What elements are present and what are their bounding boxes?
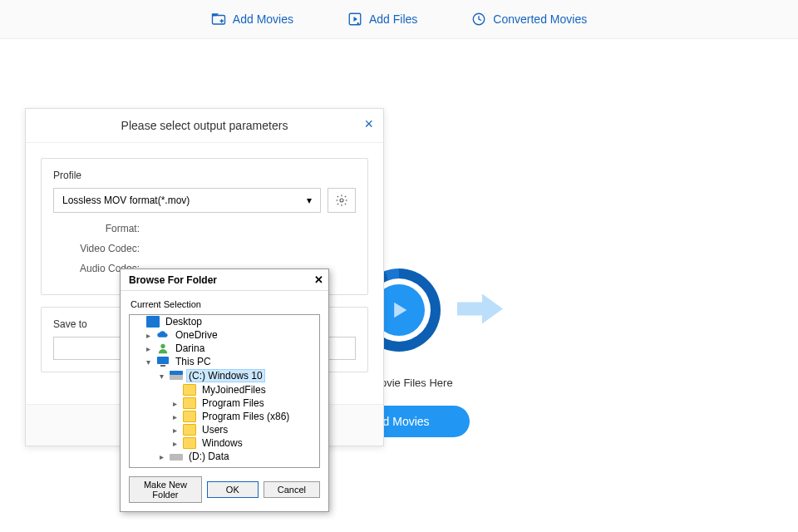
profile-dropdown[interactable]: Lossless MOV format(*.mov) ▾ (53, 188, 321, 213)
folder-icon (183, 424, 196, 436)
svg-point-4 (160, 344, 165, 348)
svg-rect-0 (212, 16, 224, 25)
user-icon (156, 342, 170, 354)
folder-plus-icon (211, 12, 226, 27)
expander-icon[interactable]: ▸ (170, 399, 180, 408)
folder-icon (183, 384, 196, 396)
svg-rect-9 (170, 454, 183, 461)
video-codec-label: Video Codec: (75, 243, 140, 254)
tree-item-program-files[interactable]: ▸Program Files (130, 397, 319, 410)
browse-subtitle: Current Selection (121, 291, 328, 314)
expander-icon[interactable]: ▾ (143, 357, 153, 367)
profile-legend: Profile (50, 170, 85, 181)
expander-icon[interactable]: ▸ (156, 452, 166, 461)
expander-icon[interactable]: ▸ (170, 412, 180, 421)
make-new-folder-button[interactable]: Make New Folder (129, 476, 202, 503)
ok-button[interactable]: OK (207, 481, 259, 498)
browse-footer: Make New Folder OK Cancel (121, 468, 328, 511)
add-files-top-label: Add Files (369, 12, 417, 26)
expander-icon[interactable]: ▸ (170, 426, 180, 435)
chevron-down-icon: ▾ (307, 195, 312, 206)
drive-icon (170, 451, 183, 462)
tree-item-users[interactable]: ▸Users (130, 423, 319, 436)
folder-icon (183, 437, 196, 449)
folder-icon (183, 411, 196, 422)
tree-item-program-files-x86[interactable]: ▸Program Files (x86) (130, 410, 319, 423)
top-toolbar: Add Movies Add Files Converted Movies (0, 0, 798, 39)
tree-item-user[interactable]: ▸Darina (130, 342, 319, 355)
expander-icon[interactable]: ▾ (156, 372, 166, 381)
browse-close-button[interactable]: ✕ (314, 273, 323, 286)
dialog-header: Please select output parameters × (26, 109, 383, 143)
tree-item-thispc[interactable]: ▾This PC (130, 355, 319, 368)
folder-icon (183, 397, 196, 409)
drive-icon (170, 370, 183, 382)
dialog-close-button[interactable]: × (364, 116, 373, 133)
browse-header: Browse For Folder ✕ (121, 269, 328, 291)
tree-item-windows[interactable]: ▸Windows (130, 436, 319, 450)
file-play-icon (347, 12, 362, 27)
browse-title: Browse For Folder (129, 274, 217, 286)
gear-icon (335, 194, 348, 207)
desktop-icon (146, 316, 160, 328)
converted-movies-top-button[interactable]: Converted Movies (471, 12, 587, 27)
svg-rect-7 (170, 374, 183, 380)
add-movies-top-label: Add Movies (233, 12, 293, 26)
dialog-title: Please select output parameters (121, 119, 288, 132)
add-movies-top-button[interactable]: Add Movies (211, 12, 293, 27)
pc-icon (156, 356, 170, 367)
expander-icon[interactable]: ▸ (170, 439, 180, 448)
svg-rect-6 (160, 365, 165, 367)
expander-icon[interactable]: ▸ (143, 331, 153, 340)
saveto-legend: Save to (50, 318, 91, 330)
svg-rect-5 (157, 357, 169, 364)
play-icon (387, 298, 411, 322)
browse-for-folder-dialog: Browse For Folder ✕ Current Selection ▸D… (120, 268, 329, 512)
cancel-button[interactable]: Cancel (264, 481, 320, 498)
tree-item-desktop[interactable]: ▸Desktop (130, 315, 319, 328)
profile-settings-button[interactable] (328, 188, 356, 213)
folder-tree[interactable]: ▸Desktop ▸OneDrive ▸Darina ▾This PC ▾(C:… (129, 314, 320, 468)
add-files-top-button[interactable]: Add Files (347, 12, 417, 27)
clock-icon (471, 12, 486, 27)
tree-item-onedrive[interactable]: ▸OneDrive (130, 328, 319, 342)
svg-rect-8 (170, 371, 183, 375)
expander-icon[interactable]: ▸ (143, 344, 153, 353)
profile-selected-value: Lossless MOV format(*.mov) (62, 195, 190, 206)
tree-item-myjoined[interactable]: ▸MyJoinedFiles (130, 383, 319, 397)
tree-item-d-drive[interactable]: ▸(D:) Data (130, 450, 319, 463)
arrow-right-icon (457, 292, 503, 328)
svg-point-3 (340, 199, 343, 202)
cloud-icon (156, 329, 170, 341)
converted-movies-top-label: Converted Movies (493, 12, 587, 26)
tree-item-c-drive[interactable]: ▾(C:) Windows 10 (130, 368, 319, 383)
format-label: Format: (75, 223, 140, 234)
